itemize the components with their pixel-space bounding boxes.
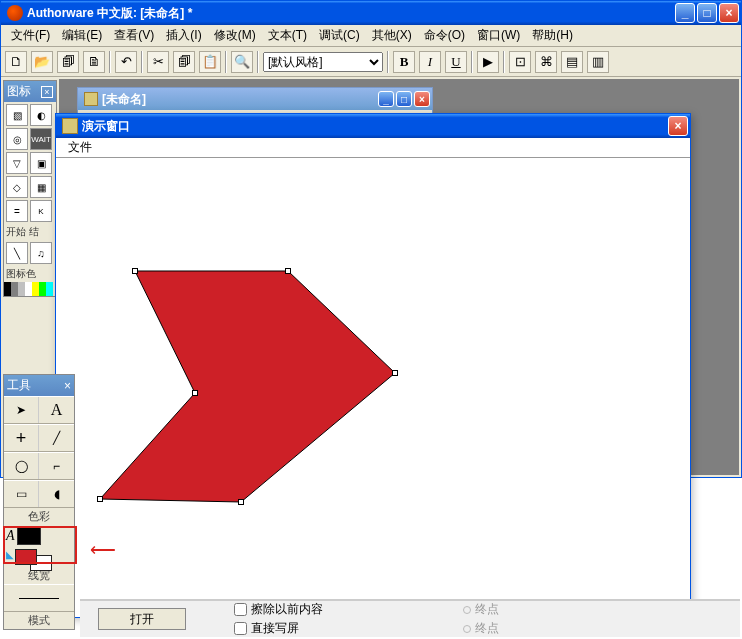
pointer-tool-icon[interactable]: ➤ <box>4 397 39 423</box>
decision-icon[interactable]: ◇ <box>6 176 28 198</box>
presentation-close-button[interactable]: × <box>668 116 688 136</box>
presentation-menubar: 文件 <box>56 138 690 158</box>
radio-end-label2: 终点 <box>475 620 499 637</box>
resize-handle[interactable] <box>392 370 398 376</box>
close-button[interactable]: × <box>719 3 739 23</box>
app-icon <box>7 5 23 21</box>
arrow-polygon-shape[interactable] <box>60 158 686 613</box>
erase-icon[interactable]: ◎ <box>6 128 28 150</box>
menu-modify[interactable]: 修改(M) <box>208 25 262 46</box>
roundrect-tool-icon[interactable]: ◖ <box>39 481 74 507</box>
checkbox-direct-write[interactable]: 直接写屏 <box>234 620 323 637</box>
bold-button[interactable]: B <box>393 51 415 73</box>
presentation-window[interactable]: 演示窗口 × 文件 <box>55 113 691 618</box>
resize-handle[interactable] <box>238 499 244 505</box>
stroke-color-swatch[interactable] <box>17 527 41 545</box>
italic-button[interactable]: I <box>419 51 441 73</box>
menu-insert[interactable]: 插入(I) <box>160 25 207 46</box>
paste-icon[interactable]: 📋 <box>199 51 221 73</box>
menu-edit[interactable]: 编辑(E) <box>56 25 108 46</box>
knowledge-icon[interactable]: K <box>30 200 52 222</box>
minimize-button[interactable]: _ <box>675 3 695 23</box>
menu-view[interactable]: 查看(V) <box>108 25 160 46</box>
menu-file[interactable]: 文件(F) <box>5 25 56 46</box>
tool-palette-title[interactable]: 工具 × <box>4 375 74 396</box>
doc-max-button[interactable]: □ <box>396 91 412 107</box>
open-file-icon[interactable]: 📂 <box>31 51 53 73</box>
menubar: 文件(F) 编辑(E) 查看(V) 插入(I) 修改(M) 文本(T) 调试(C… <box>1 25 741 47</box>
presentation-titlebar[interactable]: 演示窗口 × <box>56 114 690 138</box>
resize-handle[interactable] <box>192 390 198 396</box>
svg-marker-0 <box>100 271 395 502</box>
func-icon[interactable]: ⌘ <box>535 51 557 73</box>
radio-end-label: 终点 <box>475 601 499 618</box>
toolbar-sep <box>225 51 227 73</box>
flowline-titlebar[interactable]: [未命名] _ □ × <box>78 88 432 110</box>
icon-color-swatches[interactable] <box>4 282 56 296</box>
calc-icon[interactable]: = <box>6 200 28 222</box>
presentation-icon <box>62 118 78 134</box>
icon-palette-panel[interactable]: 图标 × ▧ ◐ ◎ WAIT ▽ ▣ ◇ ▦ = K 开始 结 ╲ ♫ 图标色 <box>3 80 57 297</box>
copy-icon[interactable]: 🗐 <box>173 51 195 73</box>
find-icon[interactable]: 🔍 <box>231 51 253 73</box>
display-icon[interactable]: ▧ <box>6 104 28 126</box>
run-icon[interactable]: ▶ <box>477 51 499 73</box>
line-width-picker[interactable] <box>4 585 74 611</box>
control-panel-icon[interactable]: ⊡ <box>509 51 531 73</box>
navigate-icon[interactable]: ▽ <box>6 152 28 174</box>
sound-icon[interactable]: ♫ <box>30 242 52 264</box>
titlebar[interactable]: Authorware 中文版: [未命名] * _ □ × <box>1 1 741 25</box>
library-icon[interactable]: ▥ <box>587 51 609 73</box>
toolbar-sep <box>387 51 389 73</box>
icon-palette-title[interactable]: 图标 × <box>4 81 56 102</box>
fill-fore-swatch[interactable] <box>15 549 37 565</box>
resize-handle[interactable] <box>285 268 291 274</box>
wait-icon[interactable]: WAIT <box>30 128 52 150</box>
save-all-icon[interactable]: 🗐 <box>57 51 79 73</box>
doc-title: [未命名] <box>102 91 378 108</box>
line-straight-tool-icon[interactable]: + <box>4 425 39 451</box>
menu-window[interactable]: 窗口(W) <box>471 25 526 46</box>
framework-icon[interactable]: ▣ <box>30 152 52 174</box>
new-file-icon[interactable]: 🗋 <box>5 51 27 73</box>
menu-debug[interactable]: 调试(C) <box>313 25 366 46</box>
canvas[interactable] <box>60 158 686 613</box>
interaction-icon[interactable]: ▦ <box>30 176 52 198</box>
save-icon[interactable]: 🗎 <box>83 51 105 73</box>
resize-handle[interactable] <box>97 496 103 502</box>
resize-handle[interactable] <box>132 268 138 274</box>
tool-palette[interactable]: 工具 × ➤ A + ╱ ◯ ⌐ ▭ ◖ 色彩 A ◣ 线宽 模式 <box>3 374 75 630</box>
style-dropdown[interactable]: [默认风格] <box>263 52 383 72</box>
toolbar-sep <box>141 51 143 73</box>
menu-text[interactable]: 文本(T) <box>262 25 313 46</box>
cut-icon[interactable]: ✂ <box>147 51 169 73</box>
var-icon[interactable]: ▤ <box>561 51 583 73</box>
icon-palette-grid: ▧ ◐ ◎ WAIT ▽ ▣ ◇ ▦ = K <box>4 102 56 224</box>
properties-strip: 打开 擦除以前内容 直接写屏 终点 终点 <box>80 599 740 637</box>
underline-button[interactable]: U <box>445 51 467 73</box>
line-icon[interactable]: ╲ <box>6 242 28 264</box>
undo-icon[interactable]: ↶ <box>115 51 137 73</box>
maximize-button[interactable]: □ <box>697 3 717 23</box>
line-diag-tool-icon[interactable]: ╱ <box>39 425 74 451</box>
panel-close-icon[interactable]: × <box>41 86 53 98</box>
color-section-label: 色彩 <box>4 508 74 525</box>
poly-tool-icon[interactable]: ⌐ <box>39 453 74 479</box>
toolbar-sep <box>471 51 473 73</box>
checkbox-erase-prev[interactable]: 擦除以前内容 <box>234 601 323 618</box>
motion-icon[interactable]: ◐ <box>30 104 52 126</box>
icon-colors-label: 图标色 <box>4 266 56 282</box>
menu-command[interactable]: 命令(O) <box>418 25 471 46</box>
rect-tool-icon[interactable]: ▭ <box>4 481 39 507</box>
text-tool-icon[interactable]: A <box>39 397 74 423</box>
panel-close-icon[interactable]: × <box>64 379 71 393</box>
menu-other[interactable]: 其他(X) <box>366 25 418 46</box>
presentation-menu-file[interactable]: 文件 <box>62 138 98 157</box>
doc-close-button[interactable]: × <box>414 91 430 107</box>
open-button[interactable]: 打开 <box>98 608 186 630</box>
text-color-icon[interactable]: A <box>6 528 15 544</box>
app-title: Authorware 中文版: [未命名] * <box>27 5 675 22</box>
doc-min-button[interactable]: _ <box>378 91 394 107</box>
oval-tool-icon[interactable]: ◯ <box>4 453 39 479</box>
menu-help[interactable]: 帮助(H) <box>526 25 579 46</box>
